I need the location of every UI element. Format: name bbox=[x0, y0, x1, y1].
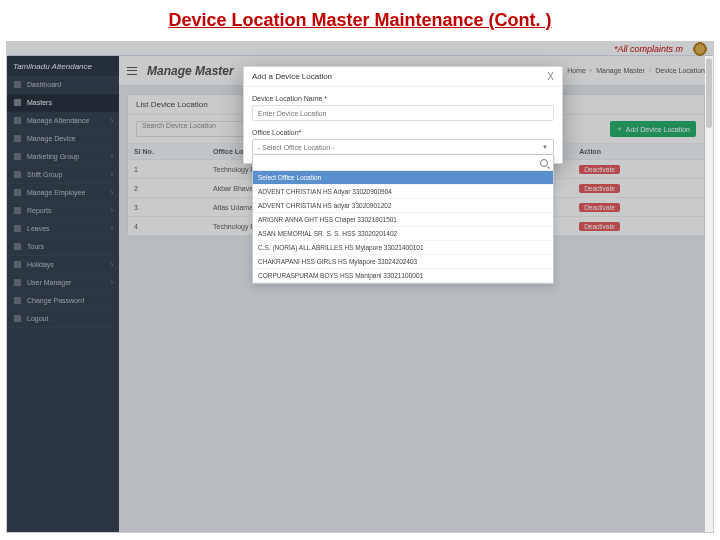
device-name-field[interactable] bbox=[252, 105, 554, 121]
modal-title: Add a Device Location bbox=[252, 72, 332, 81]
dropdown-option[interactable]: Select Office Location bbox=[253, 171, 553, 185]
close-icon[interactable]: X bbox=[547, 71, 554, 82]
slide-title: Device Location Master Maintenance (Cont… bbox=[0, 0, 720, 35]
dropdown-option[interactable]: CORPURASPURAM BOYS HSS Manipani 33021100… bbox=[253, 269, 553, 283]
office-location-dropdown: Select Office LocationADVENT CHRISTIAN H… bbox=[252, 155, 554, 284]
app-screenshot: *All complaints m Tamilnadu Attendance D… bbox=[6, 41, 714, 533]
scrollbar[interactable] bbox=[705, 56, 713, 532]
dropdown-option[interactable]: ADVENT CHRISTIAN HS adyar 33020901202 bbox=[253, 199, 553, 213]
office-location-select[interactable]: - Select Office Location -▼ bbox=[252, 139, 554, 155]
chevron-down-icon: ▼ bbox=[542, 144, 548, 150]
scrollbar-thumb[interactable] bbox=[706, 58, 712, 128]
dropdown-option[interactable]: ADVENT CHRISTIAN HS Adyar 33020900904 bbox=[253, 185, 553, 199]
dropdown-option[interactable]: ARIGNR ANNA GHT HSS Chapel 33021801501 bbox=[253, 213, 553, 227]
dropdown-search[interactable] bbox=[253, 155, 553, 171]
dropdown-option[interactable]: CHAKRAPANI HSS GIRLS HS Mylapore 3302420… bbox=[253, 255, 553, 269]
search-icon bbox=[540, 159, 548, 167]
device-name-label: Device Location Name * bbox=[252, 95, 554, 102]
dropdown-option[interactable]: ASAN MEMORIAL SR. S. S. HSS 33020201402 bbox=[253, 227, 553, 241]
add-device-location-modal: Add a Device Location X Device Location … bbox=[243, 66, 563, 164]
dropdown-option[interactable]: C.S. (NORIA) ALL ABRILLES HS Mylapore 33… bbox=[253, 241, 553, 255]
office-location-label: Office Location* bbox=[252, 129, 554, 136]
